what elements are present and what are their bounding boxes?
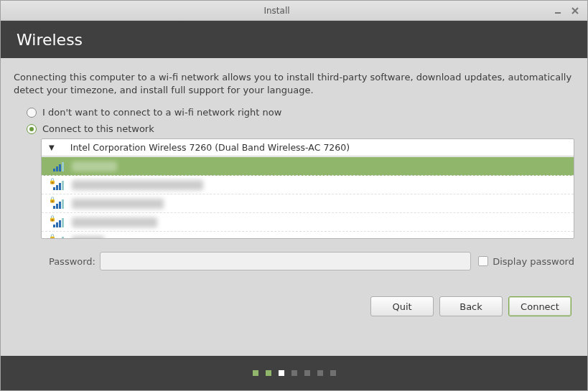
svg-rect-12 <box>62 199 64 209</box>
radio-no-connect[interactable]: I don't want to connect to a wi-fi netwo… <box>27 107 574 118</box>
progress-dot <box>317 370 323 376</box>
titlebar-buttons <box>553 6 587 16</box>
password-label: Password: <box>41 256 95 267</box>
network-item[interactable]: 🔒█████████████ <box>42 194 574 213</box>
adapter-name: Intel Corporation Wireless 7260 (Dual Ba… <box>70 142 350 153</box>
svg-rect-13 <box>53 225 55 227</box>
adapter-row[interactable]: ▼ Intel Corporation Wireless 7260 (Dual … <box>42 139 574 156</box>
password-row: Password: Display password <box>41 252 574 270</box>
radio-no-connect-label: I don't want to connect to a wi-fi netwo… <box>42 107 281 118</box>
radio-connect-label: Connect to this network <box>42 123 154 134</box>
svg-rect-6 <box>56 185 58 190</box>
progress-dot <box>291 370 297 376</box>
svg-rect-9 <box>53 206 55 209</box>
quit-button[interactable]: Quit <box>370 296 434 316</box>
svg-rect-15 <box>59 220 61 227</box>
radio-connect[interactable]: Connect to this network <box>27 123 574 134</box>
network-item[interactable]: ██████ <box>42 157 574 176</box>
password-input[interactable] <box>100 252 471 270</box>
signal-icon <box>53 236 65 239</box>
svg-rect-8 <box>62 181 64 190</box>
install-window: Install Wireless Connecting this compute… <box>0 0 588 391</box>
signal-icon <box>53 199 65 209</box>
network-ssid: █████████████ <box>72 199 164 209</box>
network-item[interactable]: 🔒███████████████████ <box>42 176 574 194</box>
svg-rect-4 <box>62 162 64 171</box>
svg-rect-2 <box>56 166 58 171</box>
network-item[interactable]: 🔒████ <box>42 232 574 238</box>
window-title: Install <box>1 6 553 16</box>
svg-rect-14 <box>56 222 58 227</box>
signal-icon <box>53 161 65 171</box>
network-item[interactable]: 🔒████████████ <box>42 213 574 232</box>
minimize-button[interactable] <box>553 6 563 16</box>
progress-dot <box>266 370 271 376</box>
display-password-label: Display password <box>493 256 574 267</box>
svg-rect-20 <box>62 237 64 239</box>
progress-dot <box>253 370 258 376</box>
display-password-wrap[interactable]: Display password <box>478 256 574 267</box>
network-ssid: ██████ <box>72 161 117 171</box>
network-ssid: ████ <box>72 236 104 239</box>
radio-icon <box>27 108 37 118</box>
connect-button[interactable]: Connect <box>508 296 571 316</box>
radio-icon <box>27 124 37 134</box>
network-list[interactable]: ██████🔒███████████████████🔒█████████████… <box>42 156 574 238</box>
back-button[interactable]: Back <box>439 296 503 316</box>
svg-rect-5 <box>53 187 55 190</box>
svg-rect-16 <box>62 218 64 227</box>
close-button[interactable] <box>570 6 580 16</box>
content-area: Connecting this computer to a wi-fi netw… <box>1 58 587 270</box>
svg-rect-10 <box>56 204 58 209</box>
progress-dot <box>304 370 310 376</box>
svg-rect-0 <box>555 12 561 14</box>
network-list-panel: ▼ Intel Corporation Wireless 7260 (Dual … <box>41 138 574 239</box>
page-title: Wireless <box>1 21 587 58</box>
svg-rect-11 <box>59 202 61 209</box>
svg-rect-1 <box>53 169 55 171</box>
caret-down-icon: ▼ <box>49 143 55 151</box>
description-text: Connecting this computer to a wi-fi netw… <box>14 71 574 97</box>
button-row: Quit Back Connect <box>1 270 587 326</box>
progress-dots <box>1 356 587 390</box>
network-ssid: ████████████ <box>72 217 157 227</box>
svg-rect-3 <box>59 164 61 171</box>
titlebar: Install <box>1 1 587 21</box>
signal-icon <box>53 180 65 190</box>
progress-dot <box>330 370 336 376</box>
svg-rect-7 <box>59 183 61 190</box>
progress-dot <box>279 370 284 376</box>
network-ssid: ███████████████████ <box>72 180 203 190</box>
signal-icon <box>53 217 65 227</box>
checkbox-icon <box>478 256 488 266</box>
